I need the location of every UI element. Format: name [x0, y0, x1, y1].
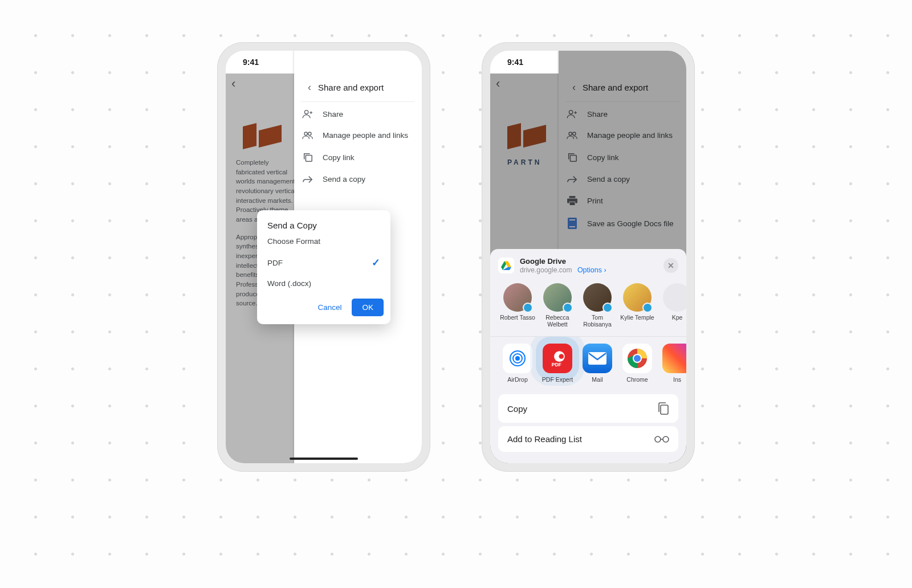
- contact-item[interactable]: Kylie Temple: [619, 283, 656, 328]
- copy-files-icon: [658, 402, 669, 415]
- options-link[interactable]: Options ›: [575, 266, 606, 274]
- share-sheet-host: drive.google.com Options ›: [520, 266, 663, 274]
- close-icon[interactable]: ✕: [663, 258, 678, 273]
- svg-point-23: [655, 436, 661, 442]
- telegram-badge-icon: [563, 303, 573, 313]
- svg-point-3: [304, 132, 307, 135]
- modal-subtitle: Choose Format: [257, 237, 390, 251]
- check-icon: ✓: [372, 256, 380, 269]
- action-label: Add to Reading List: [507, 434, 582, 444]
- telegram-badge-icon: [642, 303, 653, 313]
- share-item[interactable]: Share: [294, 103, 422, 125]
- contact-item[interactable]: Rebecca Welbett: [539, 283, 576, 328]
- app-chrome[interactable]: Chrome: [619, 344, 656, 383]
- contact-item[interactable]: Robert Tasso: [499, 283, 536, 328]
- send-copy-item[interactable]: Send a copy: [294, 169, 422, 190]
- action-label: Copy: [507, 404, 527, 414]
- panel-back-icon[interactable]: ‹: [572, 81, 576, 93]
- panel-title: Share and export: [318, 83, 384, 92]
- cancel-button[interactable]: Cancel: [312, 299, 347, 316]
- manage-people-item[interactable]: Manage people and links: [559, 125, 686, 146]
- svg-point-9: [569, 132, 572, 135]
- app-label: Chrome: [626, 376, 648, 383]
- menu-label: Share: [587, 110, 608, 119]
- svg-text:PDF: PDF: [552, 362, 561, 368]
- share-sheet-title: Google Drive: [520, 257, 663, 266]
- print-icon: [567, 196, 578, 205]
- panel-title: Share and export: [583, 83, 648, 92]
- glasses-icon: [654, 436, 669, 443]
- phone-left: 9:41 ‹ Completely fabricated vertical wo…: [218, 43, 430, 471]
- contact-name: Kylie Temple: [620, 314, 654, 321]
- menu-label: Save as Google Docs file: [587, 219, 674, 228]
- send-copy-modal: Send a Copy Choose Format PDF ✓ Word (.d…: [257, 210, 390, 324]
- app-label: AirDrop: [507, 376, 528, 383]
- telegram-badge-icon: [602, 303, 613, 313]
- screen-left: 9:41 ‹ Completely fabricated vertical wo…: [226, 51, 422, 463]
- docs-icon: [567, 218, 578, 229]
- menu-label: Print: [587, 197, 603, 205]
- copy-icon: [567, 152, 578, 162]
- format-option-word[interactable]: Word (.docx): [257, 274, 390, 293]
- option-label: PDF: [267, 259, 283, 267]
- phone-right: 9:41 ‹ PARTN ‹ Share and export Share Ma…: [482, 43, 694, 471]
- copy-link-item[interactable]: Copy link: [294, 146, 422, 169]
- manage-people-item[interactable]: Manage people and links: [294, 125, 422, 146]
- svg-point-16: [559, 354, 564, 359]
- menu-label: Manage people and links: [323, 131, 408, 140]
- contacts-row: Robert Tasso Rebecca Welbett Tom Robisan…: [490, 280, 686, 337]
- status-time: 9:41: [243, 58, 259, 67]
- home-indicator: [290, 458, 358, 460]
- svg-point-2: [304, 111, 308, 114]
- svg-point-24: [663, 436, 669, 442]
- svg-point-21: [634, 355, 641, 362]
- menu-label: Copy link: [587, 153, 619, 162]
- forward-icon: [302, 175, 314, 183]
- ios-share-sheet: Google Drive drive.google.com Options › …: [490, 249, 686, 463]
- svg-point-12: [515, 356, 520, 361]
- forward-icon: [567, 175, 578, 183]
- apps-row: AirDrop PDFPDF Expert Mail Chrome Ins: [490, 337, 686, 391]
- save-as-docs-item[interactable]: Save as Google Docs file: [559, 211, 686, 235]
- copy-icon: [302, 152, 314, 162]
- app-label: PDF Expert: [542, 376, 573, 383]
- people-icon: [302, 132, 314, 140]
- contact-name: Tom Robisanya: [583, 314, 612, 328]
- screen-right: 9:41 ‹ PARTN ‹ Share and export Share Ma…: [490, 51, 686, 463]
- app-mail[interactable]: Mail: [579, 344, 616, 383]
- app-airdrop[interactable]: AirDrop: [499, 344, 536, 383]
- contact-name: Robert Tasso: [500, 314, 535, 321]
- action-reading-list[interactable]: Add to Reading List: [498, 426, 678, 452]
- svg-rect-11: [570, 155, 576, 161]
- doc-back-icon[interactable]: ‹: [496, 76, 500, 91]
- drive-app-icon: [498, 258, 514, 273]
- person-add-icon: [567, 109, 578, 119]
- copy-link-item[interactable]: Copy link: [559, 146, 686, 169]
- share-item[interactable]: Share: [559, 103, 686, 125]
- contact-name: Kpe: [672, 314, 683, 321]
- app-pdf-expert[interactable]: PDFPDF Expert: [539, 344, 576, 383]
- app-instagram[interactable]: Ins: [659, 344, 686, 383]
- modal-title: Send a Copy: [257, 220, 390, 237]
- ok-button[interactable]: OK: [352, 299, 384, 316]
- send-copy-item[interactable]: Send a copy: [559, 169, 686, 190]
- svg-point-8: [569, 111, 572, 114]
- people-icon: [567, 132, 578, 140]
- print-item[interactable]: Print: [559, 190, 686, 211]
- menu-label: Send a copy: [587, 175, 630, 183]
- contact-item[interactable]: Tom Robisanya: [579, 283, 616, 328]
- status-time: 9:41: [507, 58, 523, 67]
- app-label: Ins: [673, 376, 681, 383]
- svg-point-4: [308, 132, 311, 135]
- doc-back-icon[interactable]: ‹: [231, 76, 235, 91]
- svg-rect-5: [306, 155, 312, 161]
- contact-name: Rebecca Welbett: [545, 314, 569, 328]
- contact-item[interactable]: Kpe: [659, 283, 686, 328]
- menu-label: Copy link: [323, 153, 355, 162]
- action-copy[interactable]: Copy: [498, 394, 678, 423]
- menu-label: Share: [323, 110, 343, 119]
- menu-label: Manage people and links: [587, 131, 673, 140]
- svg-rect-18: [588, 352, 606, 365]
- format-option-pdf[interactable]: PDF ✓: [257, 251, 390, 274]
- panel-back-icon[interactable]: ‹: [308, 81, 311, 93]
